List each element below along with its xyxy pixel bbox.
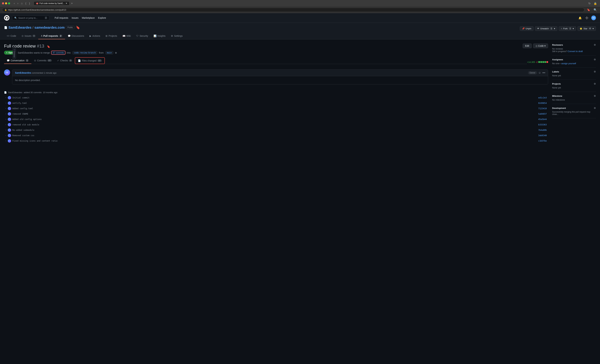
pr-bookmark-icon[interactable]: 🔖 [47, 45, 50, 48]
browser-extensions[interactable]: 🔒 [593, 1, 598, 5]
minimize-button[interactable] [5, 2, 7, 4]
tab-actions[interactable]: ▶ Actions [87, 33, 103, 39]
forward-button[interactable]: › [16, 1, 19, 5]
tab-discussions[interactable]: 💬 Discussions [65, 33, 87, 39]
pr-content: Full code review #13 🔖 Edit ◇ Code ▾ ⑃ O… [4, 44, 548, 364]
pr-icon: ⑃ [41, 35, 42, 37]
commit-hash[interactable]: 7123410 [538, 107, 547, 110]
commit-line-icon: • [5, 102, 6, 105]
bookmark-repo-icon[interactable]: 🔖 [76, 26, 80, 29]
github-search[interactable]: 🔍 Search or jump to... / [12, 16, 49, 20]
commit-hash[interactable]: 3ab0340 [538, 134, 547, 137]
tab-code[interactable]: <> Code [4, 33, 19, 39]
commit-line-icon: • [5, 129, 6, 132]
comment-author[interactable]: SamEdwardes [15, 71, 31, 74]
nav-issues[interactable]: Issues [70, 16, 80, 20]
commit-message: Removed custom css [12, 134, 537, 137]
home-button[interactable]: ⌂ [20, 1, 24, 5]
nav-marketplace[interactable]: Marketplace [80, 16, 96, 20]
pr-number: #13 [37, 44, 44, 48]
projects-gear-icon[interactable]: ⚙ [594, 82, 596, 85]
pr-title-actions: Edit ◇ Code ▾ [523, 44, 548, 48]
tab-settings[interactable]: ⚙ Settings [168, 33, 185, 39]
browser-nav-buttons: ‹ › ⌂ ⟨ ⟩ [13, 1, 31, 5]
tab-insights[interactable]: 📊 Insights [151, 33, 168, 39]
checks-icon: ✓ [57, 59, 59, 62]
assignees-gear-icon[interactable]: ⚙ [594, 58, 596, 61]
reviewers-gear-icon[interactable]: ⚙ [594, 44, 596, 46]
star-button[interactable]: ⭐ Star 4 ▾ [577, 26, 596, 31]
nav-pull-requests[interactable]: Pull requests [53, 16, 70, 20]
milestone-gear-icon[interactable]: ⚙ [594, 94, 596, 97]
tab-settings-label: Settings [174, 35, 183, 37]
fullscreen-button[interactable] [8, 2, 10, 4]
repo-breadcrumb: 📄 SamEdwardes / samedwardes.com Public 🔖 [4, 26, 80, 29]
pr-source-branch[interactable]: main [105, 51, 113, 55]
unpin-label: Unpin [526, 27, 531, 30]
unwatch-chevron[interactable]: ▾ [554, 27, 555, 30]
bookmark-prev-button[interactable]: ⟨ [24, 1, 27, 5]
user-avatar[interactable]: SE [591, 16, 596, 20]
close-button[interactable] [2, 2, 4, 4]
development-gear-icon[interactable]: ⚙ [594, 107, 596, 109]
bar-segment-3 [542, 61, 544, 63]
labels-gear-icon[interactable]: ⚙ [594, 70, 596, 73]
pr-tab-commits[interactable]: ⊙ Commits 87 [31, 57, 55, 64]
assign-yourself-link[interactable]: assign yourself [562, 62, 576, 65]
copy-icon[interactable]: ⊕ [115, 51, 117, 54]
commit-hash[interactable]: 02d9854 [538, 102, 547, 104]
commit-line-icon: • [5, 107, 6, 110]
bookmark-next-button[interactable]: ⟩ [28, 1, 31, 5]
commit-hash[interactable]: 45a5b44 [538, 118, 547, 121]
pr-tab-files-changed[interactable]: 📄 Files changed 97 [75, 57, 105, 64]
tab-security[interactable]: 🛡 Security [133, 33, 151, 39]
commit-hash[interactable]: b333363 [538, 123, 547, 126]
repo-owner[interactable]: SamEdwardes [9, 26, 31, 29]
eye-icon: 👁 [537, 27, 539, 30]
pr-description: SamEdwardes wants to merge [18, 51, 50, 54]
pr-target-branch[interactable]: code-review-branch [72, 51, 97, 55]
files-count: 97 [97, 59, 102, 62]
commit-hash[interactable]: 5a8465f [538, 113, 547, 115]
commit-hash[interactable]: c1b5fbe [538, 140, 547, 142]
pr-code-button[interactable]: ◇ Code ▾ [533, 44, 548, 48]
back-button[interactable]: ‹ [13, 1, 16, 5]
new-item-button[interactable]: ➕ [584, 16, 589, 20]
commit-hash[interactable]: ed1c2e3 [538, 97, 547, 99]
pr-tab-conversation[interactable]: 💬 Conversation 1 [4, 57, 31, 64]
fork-chevron[interactable]: ▾ [573, 27, 574, 30]
tab-wiki[interactable]: 📖 Wiki [120, 33, 133, 39]
convert-to-draft-link[interactable]: Convert to draft [568, 50, 583, 53]
tab-issues[interactable]: ⊙ Issues 9 [19, 33, 38, 39]
commit-hash[interactable]: 7b4a80b [538, 129, 547, 131]
nav-explore[interactable]: Explore [97, 16, 107, 20]
bookmark-button[interactable]: 🔖 [586, 8, 591, 12]
github-logo[interactable] [4, 15, 9, 20]
unwatch-button[interactable]: 👁 Unwatch 1 ▾ [535, 26, 557, 31]
tab-pull-requests[interactable]: ⑃ Pull requests 2 [38, 33, 65, 39]
new-tab-button[interactable]: + [70, 1, 74, 5]
commit-line-icon: • [5, 139, 6, 142]
star-chevron[interactable]: ▾ [593, 27, 594, 30]
fork-button[interactable]: ⑃ Fork 1 ▾ [559, 26, 576, 31]
search-button[interactable]: 🔍 [593, 8, 598, 12]
more-options-icon[interactable]: ••• [542, 71, 545, 74]
tab-projects[interactable]: ⊞ Projects [103, 33, 120, 39]
pr-edit-button[interactable]: Edit [523, 44, 532, 48]
address-bar[interactable]: 🔒 https://github.com/SamEdwardes/samedwa… [2, 8, 584, 12]
commit-row: • Added old config options 45a5b44 [4, 117, 548, 122]
active-tab[interactable]: 🐙 Full code review by SamE... ✕ [34, 1, 69, 5]
tab-close-icon[interactable]: ✕ [66, 2, 67, 5]
smiley-icon[interactable]: ☺ [538, 71, 541, 74]
octotree-sidebar[interactable]: ◁ Octotree [13, 47, 16, 59]
pr-commits-link[interactable]: 87 commits [52, 51, 65, 54]
reload-button[interactable]: ↻ [587, 1, 591, 5]
pr-tab-checks[interactable]: ✓ Checks 4 [55, 57, 75, 64]
reviewers-progress: Still in progress? Convert to draft [552, 50, 596, 53]
unpin-button[interactable]: 📌 Unpin [520, 26, 534, 31]
notifications-button[interactable]: 🔔 [578, 16, 582, 20]
commit-section-author[interactable]: SamEdwardes [8, 91, 22, 94]
repo-name[interactable]: samedwardes.com [34, 26, 65, 29]
bar-segment-5 [546, 61, 548, 63]
star-icon: ⭐ [580, 27, 582, 30]
